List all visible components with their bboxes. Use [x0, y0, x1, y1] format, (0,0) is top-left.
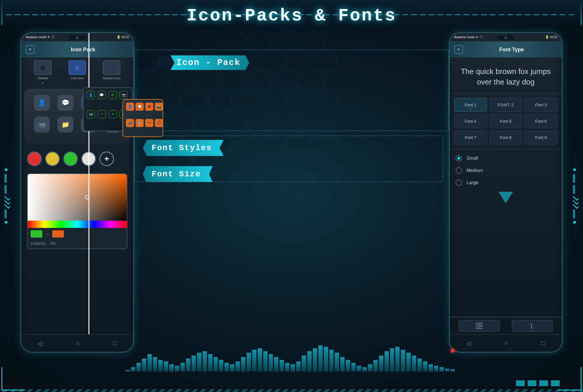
mini-icon-o-settings: ⚙ — [145, 103, 153, 111]
font-btn-7[interactable]: Font 7 — [454, 131, 487, 145]
icon-option-default[interactable]: ⊞ Default ✓ — [34, 60, 52, 85]
radio-large[interactable] — [456, 180, 462, 186]
eq-bar — [390, 348, 394, 372]
mini-icon-contacts: 👤 — [87, 91, 95, 99]
font-btn-6[interactable]: Font 6 — [524, 114, 557, 128]
nav-home-icon[interactable]: ○ — [76, 340, 79, 347]
add-color-button[interactable]: + — [99, 152, 114, 166]
bottom-dot-3 — [539, 380, 548, 386]
size-small[interactable]: Small — [456, 155, 556, 161]
nav-recents-icon[interactable]: □ — [113, 340, 116, 347]
camera-notch-right — [497, 35, 514, 40]
svg-text:i: i — [533, 326, 534, 330]
font-btn-5[interactable]: Font 5 — [489, 114, 522, 128]
side-bar — [573, 185, 575, 194]
font-preview-text: The quick brown fox jumps over the lazy … — [450, 57, 562, 94]
color-from — [31, 230, 42, 238]
line-icon-box: ⊞ — [69, 60, 86, 75]
color-picker[interactable]: → CANCEL OK — [27, 173, 127, 249]
svg-rect-3 — [476, 326, 479, 329]
page-title: Icon-Packs & Fonts — [187, 6, 396, 26]
eq-bar — [384, 351, 389, 372]
bottom-dot-2 — [528, 380, 536, 386]
arrow-icon: → — [45, 232, 49, 236]
icon-option-line[interactable]: ⊞ Line Icon — [69, 60, 86, 85]
left-phone-title: Icon Pack — [37, 47, 129, 53]
font-6-label: Font 6 — [535, 119, 547, 124]
svg-rect-1 — [476, 323, 479, 325]
font-btn-1[interactable]: Font 1 ✓ — [454, 98, 487, 112]
eq-bar — [236, 361, 240, 372]
eq-bar — [252, 350, 257, 372]
font-btn-2[interactable]: FONT 2 — [489, 98, 522, 112]
color-gradient-area[interactable] — [28, 174, 127, 221]
color-swatch-green[interactable] — [63, 152, 78, 166]
size-large-label: Large — [466, 180, 478, 185]
font-btn-9[interactable]: Font 9 — [524, 131, 557, 145]
nav-back-icon[interactable]: ◁ — [38, 340, 42, 347]
icon-option-system[interactable]: ⋯ System Icon — [103, 60, 121, 85]
hue-bar[interactable] — [28, 221, 127, 228]
side-bar — [573, 210, 575, 218]
icon-video[interactable]: 📹 — [34, 117, 50, 133]
icon-pack-icon — [475, 322, 483, 330]
side-bar — [573, 174, 575, 183]
camera-notch-left — [69, 35, 86, 40]
toolbar-icon-pack-btn[interactable] — [459, 320, 500, 332]
font-type-icon: T i — [528, 322, 536, 330]
radio-small[interactable] — [456, 155, 462, 161]
side-dot — [4, 168, 8, 172]
color-swatch-yellow[interactable] — [45, 152, 60, 166]
nav-back-icon-right[interactable]: ◁ — [466, 340, 471, 347]
eq-bar — [285, 363, 289, 372]
font-btn-8[interactable]: Font 8 — [489, 131, 522, 145]
mini-icon-cam: 📷 — [120, 91, 128, 99]
font-btn-3[interactable]: Font 3 — [524, 98, 557, 112]
side-bar — [4, 174, 7, 183]
eq-bar — [450, 369, 455, 372]
nav-recents-icon-right[interactable]: □ — [541, 340, 545, 347]
eq-bar — [417, 358, 422, 372]
chevrons-left — [4, 196, 10, 207]
color-swatch-red[interactable] — [27, 152, 42, 166]
mini-icon-settings: ⚙ — [109, 91, 117, 99]
color-to — [52, 230, 64, 238]
mini-icon-o-link: 🔗 — [136, 119, 144, 127]
cancel-button[interactable]: CANCEL — [31, 241, 46, 246]
eq-bar — [313, 348, 317, 372]
mini-icon-msg: 💬 — [98, 91, 106, 99]
eq-bar — [224, 363, 229, 372]
eq-visualizer — [125, 337, 455, 372]
nav-home-icon-right[interactable]: ○ — [504, 340, 508, 347]
side-right-decoration — [573, 168, 579, 224]
ok-button[interactable]: OK — [50, 241, 56, 246]
radio-medium[interactable] — [456, 167, 462, 174]
toolbar-font-btn[interactable]: T i — [512, 320, 553, 332]
camera-dot — [76, 36, 79, 39]
font-3-label: Font 3 — [535, 103, 547, 107]
color-preview-row: → — [28, 228, 127, 240]
eq-bar — [395, 347, 400, 372]
eq-bar — [136, 363, 141, 372]
size-large[interactable]: Large — [456, 180, 556, 186]
eq-bar — [164, 361, 168, 372]
eq-bar — [335, 353, 339, 372]
top-header-area: Icon-Packs & Fonts — [0, 0, 583, 29]
svg-rect-4 — [480, 326, 482, 329]
hud-stripe-bottom — [0, 389, 583, 392]
default-icon-box: ⊞ — [34, 60, 52, 75]
dashed-box-font — [134, 136, 443, 182]
nav-bar-right: ◁ ○ □ — [450, 334, 562, 352]
icon-messages[interactable]: 💬 — [57, 95, 73, 111]
back-button-right[interactable]: < — [454, 45, 463, 54]
size-medium[interactable]: Medium — [456, 167, 556, 174]
eq-bar — [131, 367, 135, 372]
icon-folder[interactable]: 📁 — [57, 117, 73, 133]
back-button-left[interactable]: < — [26, 45, 34, 54]
icon-contacts[interactable]: 👤 — [34, 95, 50, 111]
icon-pack-options: ⊞ Default ✓ ⊞ Line Icon ⋯ System Icon — [21, 57, 133, 86]
bottom-dot-1 — [516, 380, 525, 386]
eq-bar — [401, 350, 405, 372]
font-btn-4[interactable]: Font 4 — [454, 114, 487, 128]
eq-bar — [230, 364, 234, 372]
